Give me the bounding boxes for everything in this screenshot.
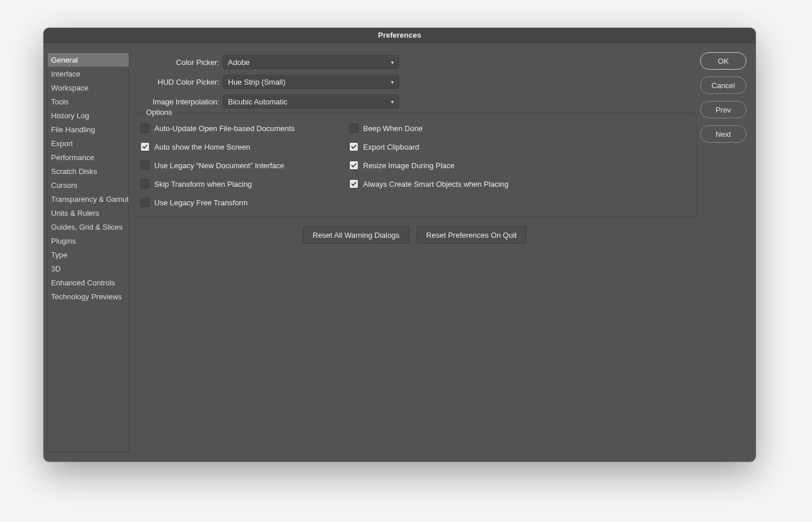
- option-row: Auto show the Home Screen: [140, 137, 332, 156]
- window-title: Preferences: [44, 28, 756, 43]
- options-column-left: Auto-Update Open File-based DocumentsAut…: [140, 119, 332, 212]
- sidebar-item-label: Performance: [51, 153, 94, 162]
- prev-button[interactable]: Prev: [700, 101, 746, 118]
- sidebar-item[interactable]: Workspace: [48, 81, 129, 95]
- sidebar-item-label: Export: [51, 139, 73, 148]
- option-label: Export Clipboard: [363, 143, 419, 151]
- sidebar-item-label: Tools: [51, 97, 68, 106]
- sidebar-item-label: 3D: [51, 264, 61, 273]
- next-button[interactable]: Next: [700, 125, 746, 143]
- option-label: Skip Transform when Placing: [154, 180, 252, 188]
- select-color-picker-value: Adobe: [228, 58, 250, 67]
- checkbox[interactable]: [349, 124, 358, 133]
- sidebar-item-label: Type: [51, 251, 67, 259]
- sidebar-item-label: History Log: [51, 111, 89, 120]
- sidebar-item-label: Technology Previews: [51, 292, 122, 301]
- sidebar-item-label: Interface: [51, 70, 81, 78]
- sidebar-item[interactable]: Plugins: [48, 234, 129, 248]
- sidebar-item-label: File Handling: [51, 125, 95, 134]
- option-row: Resize Image During Place: [349, 156, 509, 175]
- sidebar-item[interactable]: 3D: [48, 262, 129, 276]
- option-row: Use Legacy “New Document” Interface: [140, 156, 332, 175]
- sidebar-item[interactable]: Type: [48, 248, 129, 262]
- options-fieldset: Options Auto-Update Open File-based Docu…: [133, 113, 697, 217]
- option-row: Always Create Smart Objects when Placing: [349, 175, 509, 193]
- cancel-button[interactable]: Cancel: [700, 77, 746, 94]
- sidebar-item-label: Plugins: [51, 237, 76, 245]
- option-label: Resize Image During Place: [363, 161, 455, 170]
- checkbox[interactable]: [349, 161, 358, 170]
- bottom-buttons: Reset All Warning Dialogs Reset Preferen…: [133, 226, 697, 244]
- checkbox[interactable]: [140, 161, 150, 170]
- select-image-interpolation[interactable]: Bicubic Automatic ▾: [223, 95, 399, 108]
- checkbox[interactable]: [140, 142, 150, 151]
- sidebar-item-label: Workspace: [51, 84, 89, 92]
- row-color-picker: Color Picker: Adobe ▾: [133, 52, 697, 72]
- sidebar-item[interactable]: Cursors: [48, 178, 129, 192]
- checkbox[interactable]: [349, 142, 358, 151]
- option-row: Beep When Done: [349, 119, 509, 137]
- option-row: Export Clipboard: [349, 137, 509, 156]
- checkbox[interactable]: [140, 124, 150, 133]
- action-buttons: OK Cancel Prev Next: [700, 52, 746, 452]
- options-legend: Options: [143, 108, 176, 117]
- sidebar-item[interactable]: Enhanced Controls: [48, 276, 129, 289]
- sidebar-item-label: Guides, Grid & Slices: [51, 223, 123, 231]
- select-hud-value: Hue Strip (Small): [228, 78, 285, 86]
- check-icon: [142, 144, 148, 150]
- preferences-window: Preferences GeneralInterfaceWorkspaceToo…: [44, 28, 756, 462]
- row-image-interpolation: Image Interpolation: Bicubic Automatic ▾: [133, 92, 697, 111]
- checkbox[interactable]: [140, 198, 150, 207]
- dropdown-rows: Color Picker: Adobe ▾ HUD Color Picker: …: [133, 52, 697, 111]
- sidebar-item-label: General: [51, 56, 78, 64]
- sidebar-item-label: Cursors: [51, 181, 78, 190]
- sidebar-item-label: Scratch Disks: [51, 167, 97, 176]
- select-interpolation-value: Bicubic Automatic: [228, 97, 288, 106]
- sidebar: GeneralInterfaceWorkspaceToolsHistory Lo…: [47, 52, 129, 452]
- sidebar-item[interactable]: Units & Rulers: [48, 206, 129, 220]
- option-label: Use Legacy Free Transform: [154, 198, 248, 207]
- label-image-interpolation: Image Interpolation:: [133, 97, 223, 106]
- row-hud-color-picker: HUD Color Picker: Hue Strip (Small) ▾: [133, 72, 697, 92]
- options-column-right: Beep When DoneExport ClipboardResize Ima…: [349, 119, 509, 212]
- reset-warning-dialogs-button[interactable]: Reset All Warning Dialogs: [303, 226, 409, 244]
- sidebar-item[interactable]: File Handling: [48, 122, 129, 136]
- label-color-picker: Color Picker:: [133, 58, 223, 67]
- sidebar-item-label: Enhanced Controls: [51, 278, 115, 287]
- main-panel: Color Picker: Adobe ▾ HUD Color Picker: …: [133, 52, 697, 452]
- sidebar-item-label: Transparency & Gamut: [51, 195, 129, 204]
- sidebar-item[interactable]: History Log: [48, 108, 129, 122]
- chevron-down-icon: ▾: [391, 59, 394, 66]
- window-body: GeneralInterfaceWorkspaceToolsHistory Lo…: [44, 43, 756, 462]
- sidebar-item[interactable]: Interface: [48, 67, 129, 81]
- reset-preferences-on-quit-button[interactable]: Reset Preferences On Quit: [416, 226, 527, 244]
- option-row: Use Legacy Free Transform: [140, 193, 332, 212]
- option-label: Auto-Update Open File-based Documents: [154, 124, 295, 133]
- checkbox[interactable]: [349, 179, 358, 188]
- sidebar-item-label: Units & Rulers: [51, 209, 99, 217]
- sidebar-item[interactable]: Guides, Grid & Slices: [48, 220, 129, 234]
- option-label: Use Legacy “New Document” Interface: [154, 161, 284, 170]
- option-label: Beep When Done: [363, 124, 423, 133]
- label-hud-color-picker: HUD Color Picker:: [133, 78, 223, 86]
- sidebar-item[interactable]: Tools: [48, 95, 129, 108]
- sidebar-item[interactable]: General: [48, 53, 129, 67]
- select-color-picker[interactable]: Adobe ▾: [223, 55, 399, 69]
- ok-button[interactable]: OK: [700, 52, 746, 70]
- sidebar-item[interactable]: Performance: [48, 150, 129, 164]
- chevron-down-icon: ▾: [391, 79, 394, 85]
- sidebar-item[interactable]: Technology Previews: [48, 289, 129, 303]
- sidebar-item[interactable]: Transparency & Gamut: [48, 192, 129, 206]
- check-icon: [351, 144, 357, 150]
- check-icon: [351, 181, 357, 187]
- sidebar-item[interactable]: Scratch Disks: [48, 164, 129, 178]
- option-row: Skip Transform when Placing: [140, 175, 332, 193]
- check-icon: [351, 162, 357, 168]
- select-hud-color-picker[interactable]: Hue Strip (Small) ▾: [223, 75, 399, 89]
- sidebar-item[interactable]: Export: [48, 136, 129, 150]
- options-columns: Auto-Update Open File-based DocumentsAut…: [140, 119, 689, 212]
- checkbox[interactable]: [140, 179, 150, 188]
- option-row: Auto-Update Open File-based Documents: [140, 119, 332, 137]
- option-label: Auto show the Home Screen: [154, 143, 250, 151]
- chevron-down-icon: ▾: [391, 99, 394, 105]
